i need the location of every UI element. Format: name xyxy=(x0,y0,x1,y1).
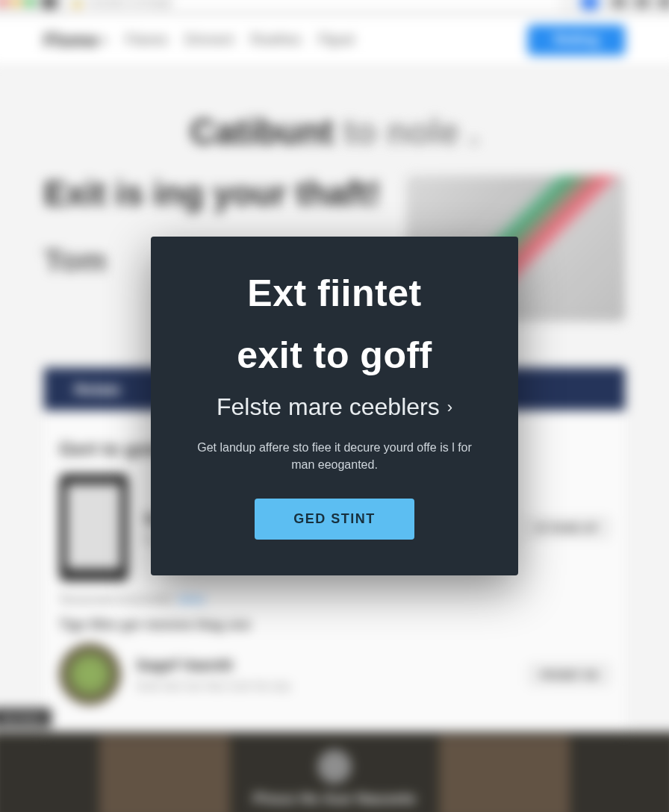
modal-description: Get landup affere sto fiee it decure you… xyxy=(181,439,488,473)
modal-subtitle-link[interactable]: Felste mare ceeblers › xyxy=(217,393,452,421)
modal-link-text: Felste mare ceeblers xyxy=(217,393,440,421)
modal-title-line2: exit to goff xyxy=(181,334,488,377)
modal-title-line1: Ext fiintet xyxy=(181,274,488,313)
modal-cta-button[interactable]: GED STINT xyxy=(255,499,414,540)
chevron-right-icon: › xyxy=(447,398,452,417)
modal-overlay[interactable]: Ext fiintet exit to goff Felste mare cee… xyxy=(0,0,669,812)
exit-intent-modal: Ext fiintet exit to goff Felste mare cee… xyxy=(151,237,518,576)
